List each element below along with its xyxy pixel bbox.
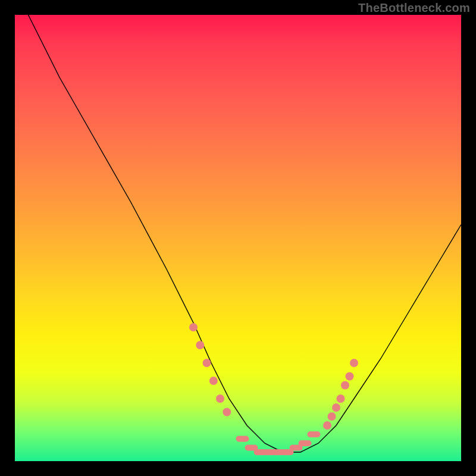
data-marker xyxy=(189,323,198,331)
data-marker xyxy=(203,359,211,367)
data-marker xyxy=(209,377,218,385)
data-marker xyxy=(341,381,349,390)
data-marker xyxy=(308,431,321,437)
plot-area xyxy=(15,15,461,461)
bottleneck-curve xyxy=(29,15,462,452)
marker-cluster-bottom xyxy=(236,431,321,455)
data-marker xyxy=(236,436,249,442)
watermark-text: TheBottleneck.com xyxy=(358,1,470,15)
data-marker xyxy=(350,359,358,367)
data-marker xyxy=(337,394,345,403)
data-marker xyxy=(216,394,224,403)
chart-frame: TheBottleneck.com xyxy=(0,0,476,476)
data-marker xyxy=(323,421,331,430)
data-marker xyxy=(299,440,312,446)
chart-svg xyxy=(15,15,461,461)
data-marker xyxy=(332,403,340,412)
marker-cluster-left xyxy=(189,323,231,416)
data-marker xyxy=(196,341,204,349)
data-marker xyxy=(328,412,336,421)
data-marker xyxy=(223,408,231,416)
data-marker xyxy=(346,372,354,381)
